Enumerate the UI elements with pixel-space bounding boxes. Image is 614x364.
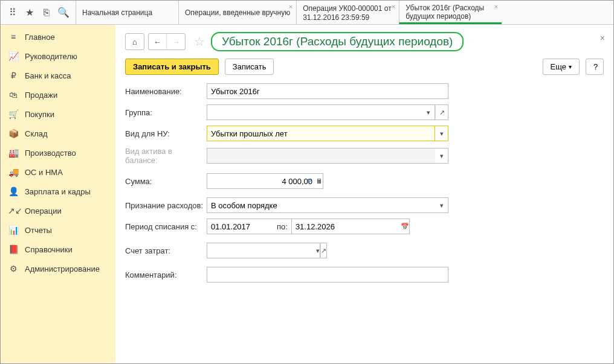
sidebar-item-bank[interactable]: ₽Банк и касса	[1, 66, 115, 85]
sidebar-item-label: ОС и НМА	[25, 168, 63, 177]
factory-icon: 🏭	[8, 148, 19, 158]
group-input[interactable]	[207, 104, 422, 120]
page-title-box: Убыток 2016г (Расходы будущих периодов)	[211, 32, 464, 51]
chevron-down-icon: ▾	[569, 63, 572, 70]
tab-label-l2: будущих периодов)	[406, 12, 496, 21]
asset-input	[207, 148, 435, 164]
close-icon[interactable]: ×	[494, 3, 498, 11]
recog-input[interactable]	[207, 197, 435, 213]
sidebar: ≡Главное 📈Руководителю ₽Банк и касса 🛍Пр…	[1, 25, 115, 363]
sidebar-item-admin[interactable]: ⚙Администрирование	[1, 259, 115, 278]
sidebar-item-label: Администрирование	[25, 264, 100, 273]
sidebar-item-production[interactable]: 🏭Производство	[1, 143, 115, 162]
sidebar-item-label: Продажи	[25, 91, 57, 100]
sidebar-item-payroll[interactable]: 👤Зарплата и кадры	[1, 182, 115, 201]
period-to-label: по:	[277, 222, 288, 231]
gear-icon: ⚙	[8, 264, 19, 273]
sidebar-item-label: Банк и касса	[25, 71, 71, 80]
nav-history: ← →	[148, 33, 186, 50]
dropdown-icon[interactable]: ▾	[422, 104, 435, 120]
calendar-icon[interactable]: 📅	[401, 219, 410, 234]
recog-label: Признание расходов:	[125, 201, 207, 210]
close-icon[interactable]: ×	[289, 3, 292, 11]
star-icon[interactable]: ★	[21, 4, 38, 21]
period-label: Период списания с:	[125, 222, 207, 231]
tab-label: Операции, введенные вручную	[185, 8, 290, 17]
sidebar-item-purchases[interactable]: 🛒Покупки	[1, 104, 115, 124]
sidebar-item-label: Справочники	[25, 245, 73, 254]
topbar: ⠿ ★ ⎘ 🔍 Начальная страница Операции, вве…	[1, 1, 613, 25]
forward-button[interactable]: →	[167, 34, 185, 49]
search-icon[interactable]: 🔍	[55, 4, 72, 21]
cart-icon: 🛒	[8, 109, 19, 119]
tabs: Начальная страница Операции, введенные в…	[76, 1, 613, 24]
type-label: Вид для НУ:	[125, 129, 207, 138]
save-button[interactable]: Записать	[225, 59, 274, 75]
period-to-input[interactable]	[291, 219, 401, 234]
asset-label: Вид актива в балансе:	[125, 147, 207, 165]
comment-label: Комментарий:	[125, 270, 207, 279]
favorite-icon[interactable]: ☆	[194, 34, 205, 49]
type-input[interactable]	[207, 126, 435, 141]
group-label: Группа:	[125, 108, 207, 117]
sum-input[interactable]	[207, 173, 316, 189]
home-button[interactable]: ⌂	[125, 33, 144, 50]
dropdown-icon[interactable]: ▾	[316, 243, 320, 258]
book-icon: 📕	[8, 244, 19, 254]
top-icons: ⠿ ★ ⎘ 🔍	[1, 1, 76, 24]
tab-label-l1: Операция УК00-000001 от	[303, 4, 393, 13]
sidebar-item-label: Операции	[25, 206, 62, 216]
tab-label-l1: Убыток 2016г (Расходы	[406, 4, 496, 12]
main-content: × ⌂ ← → ☆ Убыток 2016г (Расходы будущих …	[115, 25, 613, 363]
tab-label: Начальная страница	[82, 8, 172, 17]
bars-icon: 📊	[8, 225, 19, 235]
calculator-icon[interactable]: 🖩	[316, 173, 323, 189]
sidebar-item-manager[interactable]: 📈Руководителю	[1, 46, 115, 66]
account-input[interactable]	[207, 243, 316, 258]
back-button[interactable]: ←	[149, 34, 167, 49]
name-input[interactable]	[207, 83, 448, 99]
sidebar-item-sales[interactable]: 🛍Продажи	[1, 85, 115, 104]
apps-icon[interactable]: ⠿	[4, 4, 21, 21]
account-label: Счет затрат:	[125, 246, 207, 255]
person-icon: 👤	[8, 187, 19, 196]
transfer-icon: ↗↙	[8, 206, 19, 216]
bag-icon: 🛍	[8, 90, 19, 100]
sidebar-item-warehouse[interactable]: 📦Склад	[1, 124, 115, 143]
sidebar-item-label: Зарплата и кадры	[25, 187, 91, 196]
open-icon[interactable]: ↗	[320, 243, 327, 258]
save-close-button[interactable]: Записать и закрыть	[125, 59, 219, 75]
ruble-icon: ₽	[8, 71, 19, 80]
open-icon[interactable]: ↗	[435, 104, 448, 120]
tab-operation[interactable]: Операция УК00-000001 от 31.12.2016 23:59…	[296, 1, 399, 24]
help-icon[interactable]: ?	[307, 177, 311, 186]
close-icon[interactable]: ×	[600, 33, 605, 43]
sidebar-item-operations[interactable]: ↗↙Операции	[1, 201, 115, 220]
name-label: Наименование:	[125, 87, 207, 96]
sidebar-item-label: Главное	[25, 33, 55, 42]
clipboard-icon[interactable]: ⎘	[38, 4, 55, 21]
more-button[interactable]: Еще▾	[543, 59, 580, 75]
sidebar-item-label: Склад	[25, 129, 48, 138]
sidebar-item-label: Отчеты	[25, 226, 52, 235]
chart-icon: 📈	[8, 51, 19, 61]
dropdown-icon[interactable]: ▾	[435, 197, 448, 213]
tab-loss-2016[interactable]: Убыток 2016г (Расходы будущих периодов) …	[399, 1, 502, 24]
dropdown-icon[interactable]: ▾	[435, 126, 448, 141]
help-button[interactable]: ?	[586, 59, 604, 75]
sidebar-item-label: Производство	[25, 148, 76, 158]
sidebar-item-label: Покупки	[25, 110, 54, 119]
box-icon: 📦	[8, 129, 19, 138]
tab-manual-operations[interactable]: Операции, введенные вручную ×	[178, 1, 296, 24]
close-icon[interactable]: ×	[392, 3, 395, 11]
menu-icon: ≡	[8, 32, 19, 42]
comment-input[interactable]	[207, 267, 448, 283]
sidebar-item-main[interactable]: ≡Главное	[1, 27, 115, 46]
tab-start-page[interactable]: Начальная страница	[76, 1, 178, 24]
sidebar-item-assets[interactable]: 🚚ОС и НМА	[1, 162, 115, 182]
sidebar-item-catalogs[interactable]: 📕Справочники	[1, 240, 115, 259]
sidebar-item-label: Руководителю	[25, 52, 77, 61]
sidebar-item-reports[interactable]: 📊Отчеты	[1, 220, 115, 240]
sum-label: Сумма:	[125, 177, 207, 186]
dropdown-icon: ▾	[435, 148, 448, 164]
